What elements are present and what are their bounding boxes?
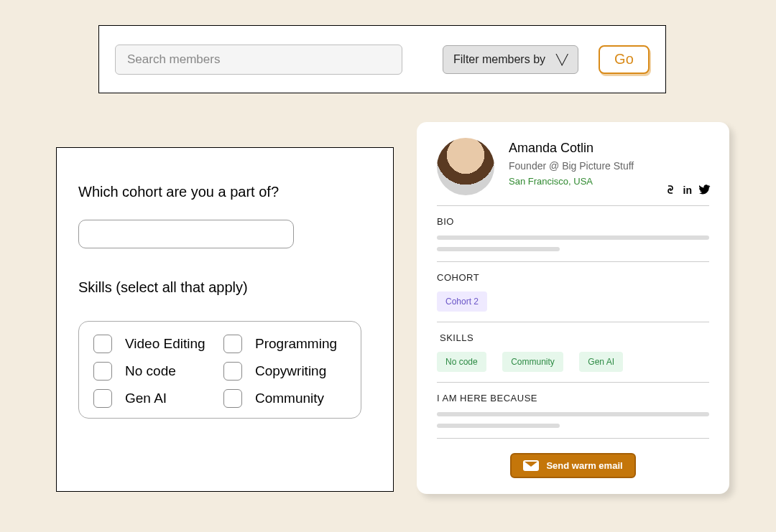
skill-label: Video Editing: [125, 336, 205, 352]
cohort-badge: Cohort 2: [437, 291, 487, 312]
profile-card: Amanda Cotlin Founder @ Big Picture Stuf…: [417, 122, 729, 494]
skill-badge: Gen AI: [579, 352, 623, 372]
bio-title: BIO: [437, 216, 709, 227]
checkbox-icon[interactable]: [93, 389, 112, 408]
go-button[interactable]: Go: [599, 45, 650, 74]
avatar: [437, 138, 494, 195]
skill-badge: No code: [437, 352, 486, 372]
mail-icon: [523, 460, 539, 471]
skill-label: Programming: [255, 336, 337, 352]
profile-location: San Francisco, USA: [509, 176, 634, 187]
linkedin-icon[interactable]: in: [683, 185, 692, 197]
skill-label: No code: [125, 363, 176, 379]
profile-header: Amanda Cotlin Founder @ Big Picture Stuf…: [437, 138, 709, 195]
search-bar: Filter members by ╲╱ Go: [98, 25, 666, 93]
filter-members-label: Filter members by: [453, 53, 545, 66]
skill-label: Community: [255, 391, 324, 406]
link-icon[interactable]: [665, 185, 676, 197]
cohort-input[interactable]: [78, 220, 294, 248]
search-input[interactable]: [115, 45, 402, 75]
skill-label: Copywriting: [255, 363, 326, 379]
placeholder-line: [437, 424, 560, 428]
checkbox-icon[interactable]: [223, 362, 242, 381]
cohort-title: COHORT: [437, 272, 709, 283]
skill-label: Gen AI: [125, 391, 167, 406]
checkbox-icon[interactable]: [93, 362, 112, 381]
profile-role: Founder @ Big Picture Stuff: [509, 160, 634, 172]
skill-option[interactable]: No code: [93, 362, 216, 381]
checkbox-icon[interactable]: [223, 389, 242, 408]
cohort-question-label: Which cohort are you a part of?: [78, 184, 371, 200]
skills-box: Video Editing Programming No code Copywr…: [78, 321, 361, 419]
checkbox-icon[interactable]: [93, 335, 112, 353]
skill-badge: Community: [502, 352, 563, 372]
skill-option[interactable]: Community: [223, 389, 346, 408]
here-because-title: I AM HERE BECAUSE: [437, 393, 709, 403]
skills-question-label: Skills (select all that apply): [78, 279, 371, 296]
placeholder-line: [437, 247, 560, 251]
profile-name: Amanda Cotlin: [509, 141, 634, 156]
skills-title: SKILLS: [440, 332, 709, 343]
send-label: Send warm email: [546, 460, 622, 471]
chevron-down-icon: ╲╱: [556, 54, 568, 65]
twitter-icon[interactable]: [699, 185, 711, 197]
skill-option[interactable]: Gen AI: [93, 389, 216, 408]
onboarding-form: Which cohort are you a part of? Skills (…: [56, 147, 394, 492]
skill-option[interactable]: Copywriting: [223, 362, 346, 381]
skill-option[interactable]: Programming: [223, 335, 346, 353]
skill-option[interactable]: Video Editing: [93, 335, 216, 353]
placeholder-line: [437, 412, 709, 416]
checkbox-icon[interactable]: [223, 335, 242, 353]
send-warm-email-button[interactable]: Send warm email: [510, 453, 635, 478]
filter-members-dropdown[interactable]: Filter members by ╲╱: [443, 45, 578, 74]
placeholder-line: [437, 235, 709, 240]
